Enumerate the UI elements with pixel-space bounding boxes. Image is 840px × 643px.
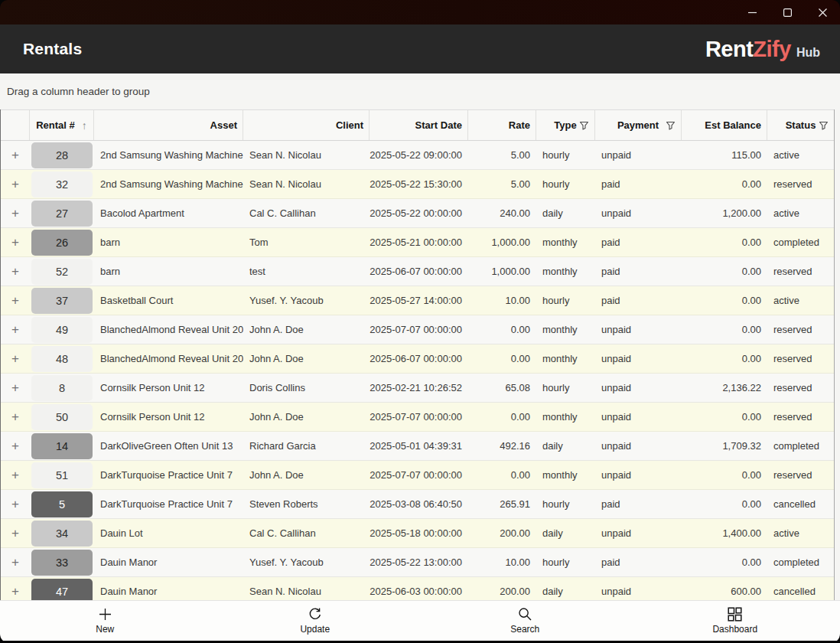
cell-rental_no: 47 [30,577,94,600]
cell-start_date: 2025-07-07 00:00:00 [370,461,468,489]
cell-status: active [767,519,834,547]
filter-funnel-icon[interactable] [819,120,829,130]
row-expand-button[interactable]: + [1,170,30,198]
row-expand-button[interactable]: + [1,403,30,431]
row-expand-button[interactable]: + [1,141,30,169]
close-button[interactable] [805,0,840,24]
cell-start_date: 2025-05-01 04:39:31 [370,432,468,460]
cell-asset: Basketball Court [94,286,243,315]
filter-funnel-icon[interactable] [579,120,589,130]
update-button[interactable]: Update [210,601,421,641]
maximize-button[interactable] [770,0,805,24]
table-row[interactable]: +34Dauin LotCal C. Callihan2025-05-18 00… [1,519,834,548]
row-expand-button[interactable]: + [1,432,30,460]
new-button[interactable]: New [0,601,210,641]
table-row[interactable]: +26barnTom2025-05-21 00:00:001,000.00mon… [1,228,834,257]
cell-client: Yusef. Y. Yacoub [243,548,370,576]
logo-part-zify: Zify [753,37,791,62]
main-content: Drag a column header to group Rental #↑A… [0,73,840,600]
row-expand-button[interactable]: + [1,519,30,547]
table-row[interactable]: +49BlanchedAlmond Reveal Unit 20John A. … [1,315,834,344]
cell-payment: paid [595,490,682,518]
minimize-icon [748,8,757,17]
cell-payment: paid [595,228,682,256]
row-expand-button[interactable]: + [1,286,30,315]
table-row[interactable]: +37Basketball CourtYusef. Y. Yacoub2025-… [1,286,834,315]
cell-rental_no: 37 [30,286,94,315]
search-button[interactable]: Search [420,601,630,641]
rental-number-badge: 50 [31,404,93,430]
grid-body: +282nd Samsung Washing MachineSean N. Ni… [1,141,834,600]
column-header-rental_no[interactable]: Rental #↑ [30,110,94,140]
row-expand-button[interactable]: + [1,461,30,489]
column-header-expander[interactable] [1,110,30,140]
cell-status: reserved [767,170,834,198]
cell-client: Tom [243,228,370,256]
row-expand-button[interactable]: + [1,315,30,344]
column-header-est_balance[interactable]: Est Balance [682,110,767,140]
cell-rate: 65.08 [468,374,536,402]
table-row[interactable]: +5DarkTurquoise Practice Unit 7Steven Ro… [1,490,834,519]
minimize-button[interactable] [734,0,770,24]
column-header-payment[interactable]: Payment [595,110,682,140]
cell-asset: DarkTurquoise Practice Unit 7 [94,490,243,518]
column-header-rate[interactable]: Rate [468,110,536,140]
cell-payment: unpaid [595,344,682,373]
cell-client: Yusef. Y. Yacoub [243,286,370,315]
column-header-status[interactable]: Status [767,110,834,140]
row-expand-button[interactable]: + [1,374,30,402]
table-row[interactable]: +322nd Samsung Washing MachineSean N. Ni… [1,170,834,199]
cell-type: monthly [536,315,595,344]
group-by-panel[interactable]: Drag a column header to group [0,73,840,109]
row-expand-button[interactable]: + [1,548,30,576]
grid-header: Rental #↑AssetClientStart DateRateTypePa… [1,109,834,141]
column-header-label: Est Balance [705,119,761,131]
cell-rental_no: 26 [30,228,94,256]
bottom-toolbar: NewUpdateSearchDashboard [0,600,840,641]
table-row[interactable]: +33Dauin ManorYusef. Y. Yacoub2025-05-22… [1,548,834,577]
plus-icon [98,607,112,622]
rental-number-badge: 33 [31,550,93,576]
cell-rental_no: 28 [30,141,94,169]
row-expand-button[interactable]: + [1,257,30,286]
cell-rate: 0.00 [468,403,536,431]
cell-type: daily [536,577,595,600]
table-row[interactable]: +48BlanchedAlmond Reveal Unit 20John A. … [1,344,834,374]
cell-est_balance: 0.00 [682,228,767,256]
table-row[interactable]: +52barntest2025-06-07 00:00:001,000.00mo… [1,257,834,286]
table-row[interactable]: +27Bacolod ApartmentCal C. Callihan2025-… [1,199,834,228]
cell-type: daily [536,432,595,460]
cell-rate: 0.00 [468,315,536,344]
maximize-icon [783,8,792,17]
table-row[interactable]: +282nd Samsung Washing MachineSean N. Ni… [1,141,834,170]
cell-type: hourly [536,170,595,198]
row-expand-button[interactable]: + [1,490,30,518]
column-header-label: Type [554,119,576,131]
table-row[interactable]: +8Cornsilk Person Unit 12Doris Collins20… [1,374,834,403]
table-row[interactable]: +50Cornsilk Person Unit 12John A. Doe202… [1,403,834,432]
cell-payment: unpaid [595,519,682,547]
cell-payment: unpaid [595,141,682,169]
filter-funnel-icon[interactable] [666,120,676,130]
dashboard-button[interactable]: Dashboard [630,601,840,641]
column-header-asset[interactable]: Asset [94,110,243,140]
row-expand-button[interactable]: + [1,344,30,373]
column-header-start_date[interactable]: Start Date [370,110,468,140]
rental-number-badge: 51 [31,462,93,488]
row-expand-button[interactable]: + [1,577,30,600]
app-logo: RentZifyHub [705,37,820,62]
cell-rental_no: 27 [30,199,94,227]
cell-est_balance: 0.00 [682,490,767,518]
app-header: Rentals RentZifyHub [0,24,840,73]
column-header-type[interactable]: Type [536,110,595,140]
rental-number-badge: 32 [31,171,93,197]
table-row[interactable]: +47Dauin ManorSean N. Nicolau2025-06-03 … [1,577,834,600]
table-row[interactable]: +14DarkOliveGreen Often Unit 13Richard G… [1,432,834,461]
cell-payment: paid [595,257,682,286]
cell-rental_no: 52 [30,257,94,286]
row-expand-button[interactable]: + [1,199,30,227]
table-row[interactable]: +51DarkTurquoise Practice Unit 7John A. … [1,461,834,490]
column-header-client[interactable]: Client [243,110,370,140]
row-expand-button[interactable]: + [1,228,30,256]
cell-rental_no: 33 [30,548,94,576]
